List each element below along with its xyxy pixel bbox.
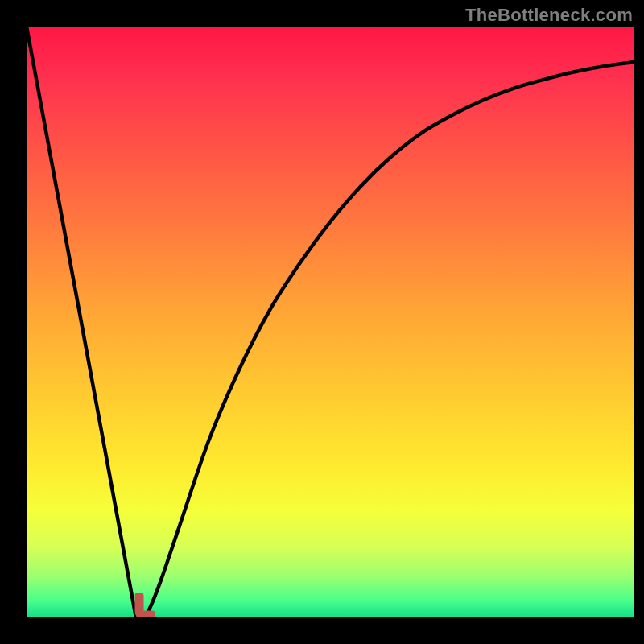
bottleneck-curve [27, 27, 634, 617]
valley-marker-icon [134, 593, 155, 617]
chart-frame: TheBottleneck.com [0, 0, 644, 644]
watermark-label: TheBottleneck.com [465, 5, 633, 26]
chart-plot-area [27, 27, 634, 617]
